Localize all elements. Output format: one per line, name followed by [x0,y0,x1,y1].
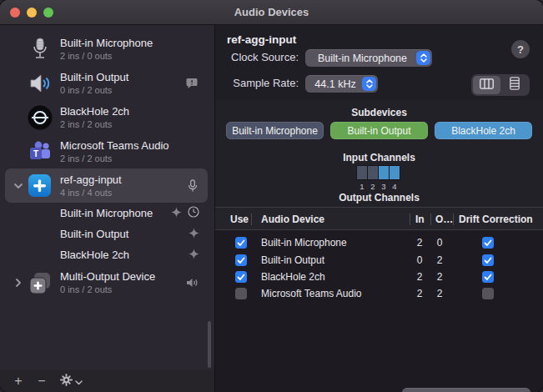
device-cell: Built-in Microphone [261,237,347,249]
device-name: Built-in Microphone [60,37,203,50]
clock-source-select[interactable]: Built-in Microphone [305,49,432,67]
device-detail: 0 ins / 2 outs [60,84,186,96]
channel-3-swatch[interactable] [379,166,389,179]
device-row-ref-agg-input[interactable]: ref-agg-input 4 ins / 4 outs [5,168,208,203]
use-checkbox[interactable] [235,237,247,249]
table-row[interactable]: Microsoft Teams Audio 2 2 [215,285,543,302]
device-name: Multi-Output Device [60,270,186,284]
out-cell: 2 [430,254,449,266]
stepper-chevrons-icon [416,51,430,65]
sidebar-scrollbar[interactable] [208,321,211,368]
device-detail: 4 ins / 4 outs [60,187,188,199]
table-row[interactable]: Built-in Microphone 2 0 [215,234,543,251]
column-header-in[interactable]: In [415,214,425,225]
close-button[interactable] [10,8,20,18]
minimize-button[interactable] [27,8,37,18]
view-mode-segmented-control [471,74,530,96]
remove-device-button[interactable]: − [32,371,52,391]
device-cell: Built-in Output [261,254,324,266]
page-title: ref-agg-input [227,33,296,46]
device-row-multi-output-device[interactable]: Multi-Output Device 0 ins / 2 outs [5,265,208,299]
gear-icon [60,374,73,389]
channels-section: Subdevices Built-in Microphone Built-in … [215,100,543,207]
subdevice-pill-blackhole-2ch[interactable]: BlackHole 2ch [435,122,532,139]
title-bar[interactable]: Audio Devices [0,0,543,25]
table-row[interactable]: BlackHole 2ch 2 2 [215,269,543,285]
subdevice-table: Use Audio Device In O… Drift Correction … [215,207,543,392]
microphone-icon [27,36,53,62]
columns-view-icon [480,78,494,93]
drift-checkbox[interactable] [482,288,494,299]
device-row-built-in-output[interactable]: Built-in Output 0 ins / 2 outs [5,66,208,100]
column-header-use[interactable]: Use [230,214,249,225]
channel-4-swatch[interactable] [390,166,400,179]
table-row[interactable]: Built-in Output 0 2 [215,252,543,269]
input-channel-numbers: 1 2 3 4 [356,181,400,192]
device-row-built-in-microphone[interactable]: Built-in Microphone 2 ins / 0 outs [5,32,208,66]
window-title: Audio Devices [234,6,309,18]
device-name: ref-agg-input [60,173,188,187]
in-cell: 0 [410,254,429,266]
input-channels-heading: Input Channels [215,152,543,163]
device-header-section: ref-agg-input ? Clock Source: Built-in M… [215,25,543,100]
in-cell: 2 [410,237,429,249]
input-channel-map [356,165,400,180]
column-header-out[interactable]: O… [435,214,453,225]
clock-icon [188,206,199,221]
drift-checkbox[interactable] [482,254,494,266]
rows-view-icon [510,77,520,93]
device-detail-panel: ref-agg-input ? Clock Source: Built-in M… [215,25,543,392]
subdevice-row-blackhole-2ch[interactable]: BlackHole 2ch [0,244,214,265]
subdevice-pill-built-in-output[interactable]: Built-in Output [330,122,428,139]
channel-1-swatch[interactable] [357,166,367,179]
device-row-microsoft-teams-audio[interactable]: T Microsoft Teams Audio 2 ins / 2 outs [5,134,208,168]
device-sidebar: Built-in Microphone 2 ins / 0 outs [0,25,215,392]
in-cell: 2 [410,271,429,283]
table-header: Use Audio Device In O… Drift Correction [215,207,543,230]
configure-speakers-button[interactable]: Configure Speakers… [402,388,530,392]
device-detail: 0 ins / 2 outs [60,284,186,295]
columns-view-button[interactable] [473,76,500,94]
out-cell: 2 [430,288,449,299]
alert-sound-bubble-icon [186,78,198,88]
use-checkbox[interactable] [235,254,247,266]
clock-source-label: Clock Source: [215,51,299,63]
sample-rate-label: Sample Rate: [215,77,299,89]
actions-menu-button[interactable] [60,374,83,389]
add-device-button[interactable]: + [8,371,28,391]
device-row-blackhole-2ch[interactable]: BlackHole 2ch 2 ins / 2 outs [5,100,208,134]
subdevice-pills: Built-in Microphone Built-in Output Blac… [215,122,543,139]
out-cell: 0 [430,237,449,249]
device-cell: Microsoft Teams Audio [261,288,362,299]
help-button[interactable]: ? [511,40,530,58]
device-name: BlackHole 2ch [60,105,203,118]
subdevice-pill-built-in-microphone[interactable]: Built-in Microphone [226,122,324,139]
multi-output-device-icon [27,269,53,295]
default-input-mic-icon [188,179,198,193]
device-name: Built-in Output [60,71,186,84]
use-checkbox[interactable] [235,271,247,283]
column-header-drift-correction[interactable]: Drift Correction [459,214,533,225]
chevron-down-icon[interactable] [10,183,27,188]
chevron-right-icon[interactable] [10,279,27,287]
use-checkbox[interactable] [235,288,247,299]
subdevice-row-built-in-output[interactable]: Built-in Output [0,224,214,244]
signal-icon [189,248,199,263]
signal-icon [189,227,199,242]
zoom-button[interactable] [43,8,53,18]
rows-view-button[interactable] [501,76,529,94]
stepper-chevrons-icon [362,77,376,91]
sample-rate-select[interactable]: 44.1 kHz [305,75,378,93]
channel-2-swatch[interactable] [368,166,378,179]
signal-icon [171,206,182,221]
column-header-audio-device[interactable]: Audio Device [261,214,324,225]
device-name: Microsoft Teams Audio [60,139,203,153]
device-detail: 2 ins / 0 outs [60,50,203,62]
subdevice-row-built-in-microphone[interactable]: Built-in Microphone [0,203,214,224]
teams-icon: T [27,138,53,164]
sidebar-toolbar: + − [0,370,214,392]
audio-devices-window: Audio Devices [0,0,543,392]
drift-checkbox[interactable] [482,237,494,249]
device-detail: 2 ins / 2 outs [60,118,203,130]
drift-checkbox[interactable] [482,271,494,283]
